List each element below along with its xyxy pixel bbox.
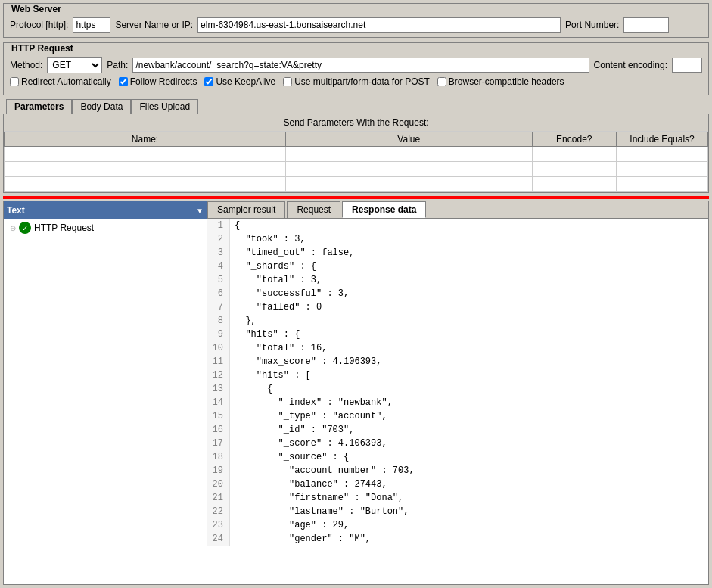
keepalive-checkbox[interactable] — [204, 77, 213, 86]
params-table: Name: Value Encode? Include Equals? — [4, 132, 708, 192]
line-content: "successful" : 3, — [230, 287, 349, 300]
line-number: 24 — [207, 532, 230, 546]
line-number: 17 — [207, 437, 230, 450]
response-line: 12 "hits" : [ — [207, 369, 708, 382]
web-server-section: Web Server Protocol [http]: Server Name … — [3, 3, 709, 38]
follow-label: Follow Redirects — [130, 76, 197, 87]
server-label: Server Name or IP: — [115, 20, 193, 30]
params-header: Send Parameters With the Request: — [4, 114, 708, 132]
line-number: 20 — [207, 478, 230, 491]
encode-cell[interactable] — [532, 147, 617, 162]
path-input[interactable] — [132, 58, 589, 73]
table-row — [5, 162, 708, 177]
http-request-icon: ✓ — [19, 222, 31, 234]
left-panel-dropdown[interactable]: ▼ — [196, 207, 204, 215]
value-cell[interactable] — [286, 177, 533, 192]
line-content: "_source" : { — [230, 450, 349, 464]
table-row — [5, 147, 708, 162]
response-line: 19 "account_number" : 703, — [207, 464, 708, 478]
response-line: 8 }, — [207, 314, 708, 328]
value-cell[interactable] — [286, 147, 533, 162]
response-line: 7 "failed" : 0 — [207, 300, 708, 314]
right-tabs-row: Sampler result Request Response data — [207, 201, 708, 219]
tab-response-data[interactable]: Response data — [342, 201, 426, 218]
line-number: 21 — [207, 491, 230, 505]
tab-sampler-result[interactable]: Sampler result — [207, 201, 285, 218]
include-cell[interactable] — [617, 162, 708, 177]
line-number: 1 — [207, 219, 230, 232]
tab-content-area: Send Parameters With the Request: Name: … — [3, 114, 709, 193]
http-request-section: HTTP Request Method: GET POST PUT DELETE… — [3, 42, 709, 95]
multipart-checkbox[interactable] — [283, 77, 292, 86]
line-content: "max_score" : 4.106393, — [230, 355, 381, 369]
name-cell[interactable] — [5, 147, 286, 162]
response-line: 11 "max_score" : 4.106393, — [207, 355, 708, 369]
main-container: Web Server Protocol [http]: Server Name … — [0, 0, 712, 588]
tab-files-upload[interactable]: Files Upload — [131, 99, 198, 114]
include-cell[interactable] — [617, 147, 708, 162]
left-panel-title: Text — [7, 205, 25, 216]
port-input[interactable] — [623, 17, 669, 33]
content-encoding-input[interactable] — [672, 58, 702, 73]
response-line: 5 "total" : 3, — [207, 273, 708, 287]
line-content: { — [230, 382, 272, 396]
table-row — [5, 177, 708, 192]
method-select[interactable]: GET POST PUT DELETE — [47, 57, 102, 73]
response-line: 10 "total" : 16, — [207, 341, 708, 355]
response-data-panel: 1{2 "took" : 3,3 "timed_out" : false,4 "… — [207, 219, 708, 584]
name-cell[interactable] — [5, 177, 286, 192]
method-label: Method: — [10, 60, 42, 70]
include-cell[interactable] — [617, 177, 708, 192]
encode-cell[interactable] — [532, 177, 617, 192]
col-include: Include Equals? — [617, 132, 708, 147]
line-content: "balance" : 27443, — [230, 478, 387, 491]
redirect-checkbox[interactable] — [10, 77, 19, 86]
line-content: "gender" : "M", — [230, 532, 371, 546]
line-content: { — [230, 219, 240, 232]
tab-request[interactable]: Request — [287, 201, 340, 218]
name-cell[interactable] — [5, 162, 286, 177]
line-content: "took" : 3, — [230, 232, 306, 246]
right-panel: Sampler result Request Response data 1{2… — [207, 201, 709, 585]
web-server-title: Web Server — [10, 4, 63, 14]
response-line: 17 "_score" : 4.106393, — [207, 437, 708, 450]
line-number: 2 — [207, 232, 230, 246]
encode-cell[interactable] — [532, 162, 617, 177]
line-number: 6 — [207, 287, 230, 300]
response-line: 6 "successful" : 3, — [207, 287, 708, 300]
server-input[interactable] — [197, 17, 561, 33]
line-number: 16 — [207, 423, 230, 437]
tab-body-data[interactable]: Body Data — [72, 99, 131, 114]
port-label: Port Number: — [565, 20, 619, 30]
line-number: 4 — [207, 260, 230, 273]
line-content: "age" : 29, — [230, 518, 349, 532]
follow-group: Follow Redirects — [119, 76, 197, 87]
multipart-label: Use multipart/form-data for POST — [294, 76, 430, 87]
tree-item-http-request[interactable]: ⊖ ✓ HTTP Request — [4, 219, 207, 236]
response-line: 15 "_type" : "account", — [207, 409, 708, 423]
red-divider — [3, 196, 709, 199]
tab-parameters[interactable]: Parameters — [6, 99, 72, 114]
response-line: 13 { — [207, 382, 708, 396]
response-line: 2 "took" : 3, — [207, 232, 708, 246]
browser-checkbox[interactable] — [437, 77, 446, 86]
content-encoding-label: Content encoding: — [594, 60, 667, 70]
tree-item-label: HTTP Request — [34, 222, 94, 233]
path-label: Path: — [107, 60, 128, 70]
line-number: 22 — [207, 505, 230, 518]
line-number: 13 — [207, 382, 230, 396]
follow-checkbox[interactable] — [119, 77, 128, 86]
line-content: "failed" : 0 — [230, 300, 322, 314]
keepalive-group: Use KeepAlive — [204, 76, 275, 87]
value-cell[interactable] — [286, 162, 533, 177]
response-line: 20 "balance" : 27443, — [207, 478, 708, 491]
line-content: "_type" : "account", — [230, 409, 387, 423]
response-line: 3 "timed_out" : false, — [207, 246, 708, 260]
protocol-input[interactable] — [73, 17, 110, 33]
http-request-title: HTTP Request — [10, 43, 75, 54]
response-line: 23 "age" : 29, — [207, 518, 708, 532]
line-number: 14 — [207, 396, 230, 409]
line-content: "total" : 16, — [230, 341, 327, 355]
line-number: 7 — [207, 300, 230, 314]
line-content: "_index" : "newbank", — [230, 396, 393, 409]
